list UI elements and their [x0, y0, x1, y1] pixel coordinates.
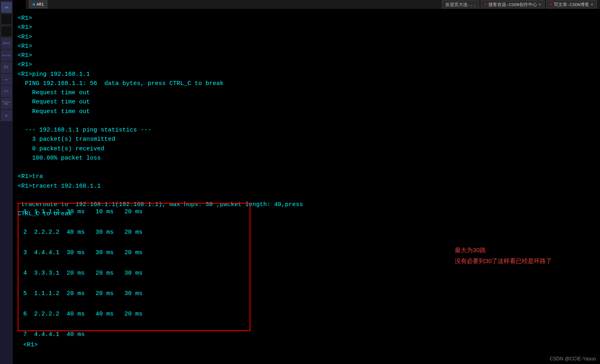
terminal-line-blank1: [18, 116, 595, 125]
tracert-line-blank5: [23, 299, 245, 309]
sidebar-item-pencil[interactable]: ✏: [1, 74, 12, 85]
tracert-line-5: 5 1.1.1.2 20 ms 20 ms 30 ms: [23, 289, 245, 299]
terminal-line-10: Request time out: [18, 97, 595, 107]
sidebar-item-5[interactable]: 5: [1, 110, 12, 121]
tab-welcome-label: 欢迎页大连...: [445, 2, 476, 8]
main-container: eN Auto Scrial E1 ✏ CTL Etherne网络 5 ■ AR…: [0, 0, 600, 364]
sidebar-item-en[interactable]: eN: [1, 2, 12, 13]
tab-csdn-blog-label: 写文章-CSDN博客: [554, 2, 589, 8]
terminal-content: <R1> <R1> <R1> <R1> <R1> <R1> <R1>ping 1…: [18, 12, 595, 220]
terminal-line-8: PING 192.168.1.1: 56 data bytes, press C…: [18, 79, 595, 88]
tab-welcome[interactable]: 欢迎页大连...: [442, 0, 479, 8]
sidebar-item-scrial[interactable]: Scrial: [1, 50, 12, 61]
tracert-last-prompt: <R1>: [23, 340, 245, 350]
tracert-line-blank1: [23, 217, 245, 228]
tracert-line-blank2: [23, 238, 245, 248]
annotation-text: 最大为30跳 没有必要到30了这样看已经是环路了: [455, 245, 552, 266]
tracert-line-blank4: [23, 279, 245, 289]
terminal-line-3: <R1>: [18, 32, 595, 42]
terminal-line-5: <R1>: [18, 51, 595, 60]
tab-csdn-create[interactable]: ● 搜客首选-CSDN创作中心 ✕: [481, 0, 545, 8]
sidebar-item-eth[interactable]: Etherne网络: [1, 98, 12, 109]
sidebar: eN Auto Scrial E1 ✏ CTL Etherne网络 5: [0, 0, 13, 364]
tab-csdn-blog[interactable]: ● 写文章-CSDN博客 ✕: [546, 0, 597, 8]
annotation-line2: 没有必要到30了这样看已经是环路了: [455, 255, 552, 266]
terminal-line-16: <R1>tra: [18, 172, 595, 181]
tracert-line-1: 1 1.1.1.2 30 ms 10 ms 20 ms: [23, 207, 245, 217]
tracert-line-blank6: [23, 320, 245, 330]
terminal-line-11: Request time out: [18, 107, 595, 116]
sidebar-item-2[interactable]: [1, 14, 12, 25]
terminal-line-12: --- 192.168.1.1 ping statistics ---: [18, 125, 595, 135]
tracert-line-7: 7 4.4.4.1 40 ms: [23, 330, 245, 340]
terminal-line-9: Request time out: [18, 88, 595, 97]
tracert-line-6: 6 2.2.2.2 40 ms 40 ms 20 ms: [23, 309, 245, 320]
sidebar-item-e1[interactable]: E1: [1, 62, 12, 73]
tracert-line-3: 3 4.4.4.1 30 ms 30 ms 20 ms: [23, 248, 245, 258]
sidebar-item-ctl[interactable]: CTL: [1, 86, 12, 97]
terminal-line-6: <R1>: [18, 60, 595, 69]
csdn-blog-icon: ●: [550, 2, 552, 7]
terminal-line-17: <R1>tracert 192.168.1.1: [18, 182, 595, 191]
tab-csdn-blog-close[interactable]: ✕: [591, 2, 593, 7]
tab-ar1[interactable]: ■ AR1: [29, 0, 47, 8]
terminal-line-blank3: [18, 191, 595, 200]
terminal-line-14: 0 packet(s) received: [18, 144, 595, 154]
tab-ar1-label: AR1: [37, 2, 44, 7]
tab-csdn-create-label: 搜客首选-CSDN创作中心: [488, 2, 537, 8]
terminal-line-13: 3 packet(s) transmitted: [18, 135, 595, 144]
watermark: CSDN @CCIE-Yasuo: [550, 356, 596, 362]
terminal-line-4: <R1>: [18, 42, 595, 51]
terminal-line-blank2: [18, 163, 595, 172]
terminal-line-2: <R1>: [18, 23, 595, 32]
tab-csdn-create-close[interactable]: ✕: [539, 2, 541, 7]
sidebar-item-auto[interactable]: Auto: [1, 38, 12, 49]
tab-ar1-icon: ■: [33, 2, 35, 7]
csdn-create-icon: ●: [484, 2, 487, 7]
terminal-line-15: 100.00% packet loss: [18, 154, 595, 163]
traceroute-results-box: 1 1.1.1.2 30 ms 10 ms 20 ms 2 2.2.2.2 40…: [18, 203, 250, 331]
tracert-line-blank3: [23, 258, 245, 269]
terminal-line-7: <R1>ping 192.168.1.1: [18, 70, 595, 79]
title-bar: ■ AR1 欢迎页大连... ● 搜客首选-CSDN创作中心 ✕ ● 写文章-C…: [26, 0, 600, 9]
sidebar-item-3[interactable]: [1, 26, 12, 37]
terminal-line-1: <R1>: [18, 14, 595, 23]
tracert-line-4: 4 3.3.3.1 20 ms 20 ms 30 ms: [23, 268, 245, 279]
tracert-line-2: 2 2.2.2.2 40 ms 30 ms 20 ms: [23, 227, 245, 238]
annotation-line1: 最大为30跳: [455, 245, 552, 255]
terminal-area[interactable]: ■ AR1 欢迎页大连... ● 搜客首选-CSDN创作中心 ✕ ● 写文章-C…: [13, 0, 600, 364]
